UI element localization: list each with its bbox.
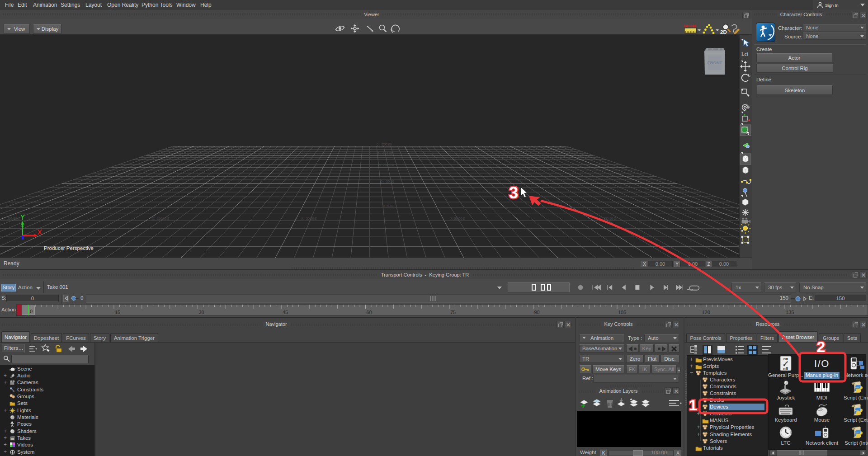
svg-text:3: 3 [509,183,519,202]
svg-text:1: 1 [689,396,698,414]
svg-text:2: 2 [817,338,826,355]
